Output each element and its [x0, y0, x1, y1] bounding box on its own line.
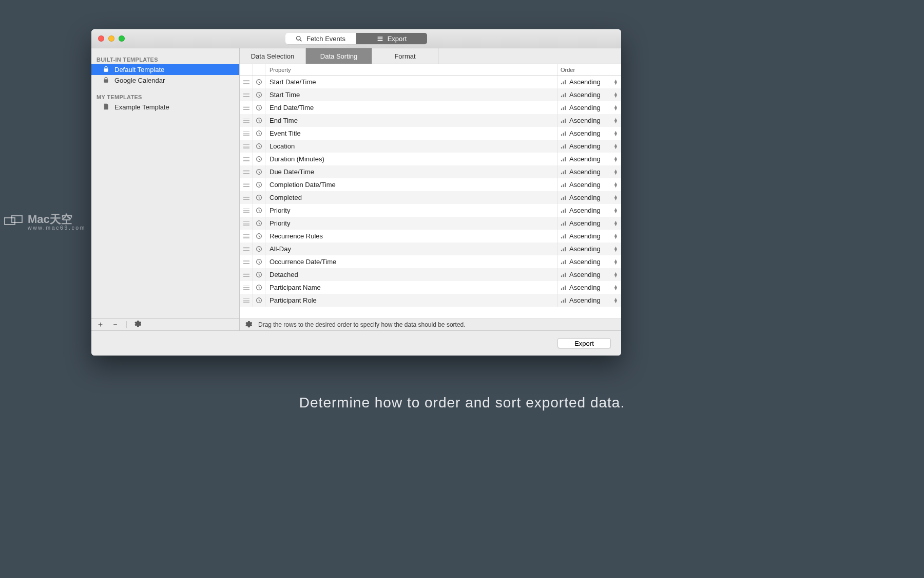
order-cell[interactable]: Ascending▲▼ — [557, 294, 621, 307]
svg-rect-25 — [563, 133, 564, 136]
stepper-icon[interactable]: ▲▼ — [613, 118, 618, 123]
order-cell[interactable]: Ascending▲▼ — [557, 76, 621, 88]
table-row[interactable]: PriorityAscending▲▼ — [240, 217, 621, 230]
sidebar-item-builtin-1[interactable]: Google Calendar — [91, 75, 239, 86]
stepper-icon[interactable]: ▲▼ — [613, 182, 618, 188]
drag-handle[interactable] — [240, 230, 253, 243]
zoom-window-button[interactable] — [119, 35, 125, 42]
drag-handle[interactable] — [240, 281, 253, 294]
table-row[interactable]: Start TimeAscending▲▼ — [240, 88, 621, 101]
order-cell[interactable]: Ascending▲▼ — [557, 217, 621, 230]
table-row[interactable]: Completion Date/TimeAscending▲▼ — [240, 178, 621, 191]
order-cell[interactable]: Ascending▲▼ — [557, 268, 621, 281]
table-row[interactable]: Recurrence RulesAscending▲▼ — [240, 230, 621, 243]
order-cell[interactable]: Ascending▲▼ — [557, 178, 621, 191]
table-row[interactable]: Due Date/TimeAscending▲▼ — [240, 165, 621, 178]
stepper-icon[interactable]: ▲▼ — [613, 272, 618, 277]
stepper-icon[interactable]: ▲▼ — [613, 221, 618, 226]
table-row[interactable]: Participant NameAscending▲▼ — [240, 281, 621, 294]
main-gear-button[interactable] — [245, 321, 252, 329]
export-toolbar-label: Export — [388, 35, 407, 43]
export-toolbar-button[interactable]: Export — [356, 33, 427, 44]
stepper-icon[interactable]: ▲▼ — [613, 157, 618, 162]
order-cell[interactable]: Ascending▲▼ — [557, 281, 621, 294]
table-row[interactable]: Event TitleAscending▲▼ — [240, 127, 621, 140]
table-row[interactable]: Occurrence Date/TimeAscending▲▼ — [240, 255, 621, 268]
drag-handle[interactable] — [240, 153, 253, 165]
order-cell[interactable]: Ascending▲▼ — [557, 230, 621, 243]
property-cell: End Date/Time — [265, 101, 557, 114]
table-row[interactable]: Duration (Minutes)Ascending▲▼ — [240, 153, 621, 165]
stepper-icon[interactable]: ▲▼ — [613, 259, 618, 265]
svg-rect-64 — [561, 263, 562, 264]
stepper-icon[interactable]: ▲▼ — [613, 195, 618, 200]
clock-icon — [256, 104, 262, 111]
table-row[interactable]: LocationAscending▲▼ — [240, 140, 621, 153]
add-template-button[interactable]: ＋ — [97, 320, 104, 329]
drag-handle[interactable] — [240, 178, 253, 191]
drag-handle[interactable] — [240, 88, 253, 101]
table-row[interactable]: Participant RoleAscending▲▼ — [240, 294, 621, 307]
order-cell[interactable]: Ascending▲▼ — [557, 114, 621, 127]
drag-handle[interactable] — [240, 114, 253, 127]
drag-handle[interactable] — [240, 268, 253, 281]
order-cell[interactable]: Ascending▲▼ — [557, 255, 621, 268]
svg-rect-30 — [565, 144, 566, 148]
close-window-button[interactable] — [98, 35, 104, 42]
drag-handle[interactable] — [240, 255, 253, 268]
order-cell[interactable]: Ascending▲▼ — [557, 101, 621, 114]
table-row[interactable]: CompletedAscending▲▼ — [240, 191, 621, 204]
order-cell[interactable]: Ascending▲▼ — [557, 191, 621, 204]
stepper-icon[interactable]: ▲▼ — [613, 92, 618, 98]
stepper-icon[interactable]: ▲▼ — [613, 234, 618, 239]
order-cell[interactable]: Ascending▲▼ — [557, 165, 621, 178]
drag-handle[interactable] — [240, 101, 253, 114]
stepper-icon[interactable]: ▲▼ — [613, 298, 618, 303]
stepper-icon[interactable]: ▲▼ — [613, 247, 618, 252]
stepper-icon[interactable]: ▲▼ — [613, 105, 618, 110]
stepper-icon[interactable]: ▲▼ — [613, 208, 618, 213]
svg-rect-73 — [563, 287, 564, 290]
drag-handle[interactable] — [240, 127, 253, 140]
table-row[interactable]: Start Date/TimeAscending▲▼ — [240, 76, 621, 88]
tab-data-selection[interactable]: Data Selection — [240, 48, 306, 64]
drag-handle[interactable] — [240, 191, 253, 204]
export-button[interactable]: Export — [557, 338, 611, 348]
order-cell[interactable]: Ascending▲▼ — [557, 153, 621, 165]
table-row[interactable]: End Date/TimeAscending▲▼ — [240, 101, 621, 114]
row-type-icon — [253, 114, 265, 127]
stepper-icon[interactable]: ▲▼ — [613, 131, 618, 136]
sidebar-item-builtin-0[interactable]: Default Template — [91, 64, 239, 75]
order-cell[interactable]: Ascending▲▼ — [557, 127, 621, 140]
row-type-icon — [253, 127, 265, 140]
sidebar-gear-button[interactable] — [134, 320, 141, 329]
tab-format[interactable]: Format — [372, 48, 438, 64]
drag-handle[interactable] — [240, 165, 253, 178]
stepper-icon[interactable]: ▲▼ — [613, 285, 618, 290]
order-cell[interactable]: Ascending▲▼ — [557, 140, 621, 153]
svg-rect-33 — [563, 159, 564, 162]
minimize-window-button[interactable] — [108, 35, 114, 42]
stepper-icon[interactable]: ▲▼ — [613, 144, 618, 149]
order-cell[interactable]: Ascending▲▼ — [557, 88, 621, 101]
drag-handle[interactable] — [240, 217, 253, 230]
order-cell[interactable]: Ascending▲▼ — [557, 243, 621, 255]
remove-template-button[interactable]: － — [111, 320, 119, 329]
table-row[interactable]: End TimeAscending▲▼ — [240, 114, 621, 127]
tab-data-sorting[interactable]: Data Sorting — [306, 48, 372, 64]
table-row[interactable]: PriorityAscending▲▼ — [240, 204, 621, 217]
drag-handle[interactable] — [240, 76, 253, 88]
stepper-icon[interactable]: ▲▼ — [613, 80, 618, 85]
drag-handle[interactable] — [240, 140, 253, 153]
drag-handle[interactable] — [240, 294, 253, 307]
clock-icon — [256, 233, 262, 239]
fetch-events-button[interactable]: Fetch Events — [285, 33, 356, 44]
drag-handle[interactable] — [240, 204, 253, 217]
order-cell[interactable]: Ascending▲▼ — [557, 204, 621, 217]
drag-handle[interactable] — [240, 243, 253, 255]
table-row[interactable]: DetachedAscending▲▼ — [240, 268, 621, 281]
sidebar-item-my-0[interactable]: Example Template — [91, 102, 239, 113]
stepper-icon[interactable]: ▲▼ — [613, 170, 618, 175]
watermark-line1: Mac天空 — [28, 213, 86, 225]
table-row[interactable]: All-DayAscending▲▼ — [240, 243, 621, 255]
